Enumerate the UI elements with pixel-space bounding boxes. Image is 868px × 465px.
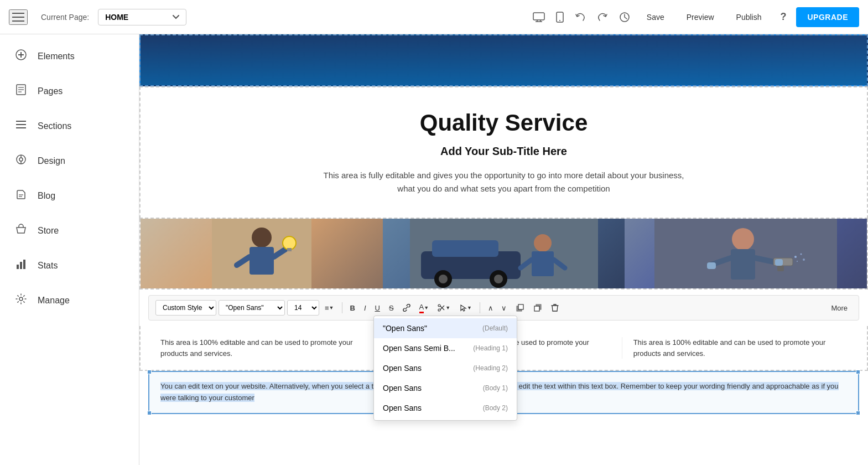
quality-service-section[interactable]: Quality Service Add Your Sub-Title Here … bbox=[139, 86, 868, 219]
quality-title: Quality Service bbox=[185, 110, 823, 136]
image-1[interactable] bbox=[141, 219, 383, 288]
scissors-button[interactable]: ▼ bbox=[434, 300, 454, 316]
svg-point-40 bbox=[494, 275, 503, 283]
quality-body: This area is fully editable and gives yo… bbox=[185, 169, 823, 195]
sidebar-item-blog[interactable]: Blog bbox=[0, 178, 139, 213]
sidebar-item-manage[interactable]: Manage bbox=[0, 283, 139, 318]
text-color-button[interactable]: A ▼ bbox=[416, 300, 433, 316]
images-section bbox=[139, 219, 868, 290]
sidebar-item-elements[interactable]: Elements bbox=[0, 39, 139, 74]
underline-button[interactable]: U bbox=[372, 300, 383, 316]
image-3[interactable] bbox=[625, 219, 867, 288]
font-option-open-sans-body1[interactable]: Open Sans (Body 1) bbox=[374, 378, 517, 398]
sidebar: Elements Pages Sections Design Blog bbox=[0, 34, 139, 465]
resize-handle-tl[interactable] bbox=[147, 370, 152, 374]
canvas-area: Quality Service Add Your Sub-Title Here … bbox=[139, 34, 868, 465]
redo-icon bbox=[597, 12, 608, 23]
resize-handle-bl[interactable] bbox=[147, 411, 152, 415]
italic-button[interactable]: I bbox=[361, 300, 370, 316]
mobile-icon bbox=[556, 12, 564, 23]
sidebar-label-blog: Blog bbox=[38, 191, 55, 201]
move-down-button[interactable]: ∨ bbox=[498, 300, 510, 316]
manage-icon bbox=[13, 293, 29, 308]
blog-icon bbox=[13, 188, 29, 203]
svg-rect-25 bbox=[23, 260, 25, 269]
save-button[interactable]: Save bbox=[638, 8, 673, 26]
publish-button[interactable]: Publish bbox=[727, 8, 771, 26]
pointer-button[interactable]: ▼ bbox=[456, 300, 475, 316]
send-backward-button[interactable] bbox=[530, 300, 545, 316]
svg-rect-24 bbox=[20, 262, 22, 269]
text-col-3[interactable]: This area is 100% editable and can be us… bbox=[622, 337, 858, 359]
font-option-open-sans-body2[interactable]: Open Sans (Body 2) bbox=[374, 398, 517, 418]
sidebar-item-design[interactable]: Design bbox=[0, 143, 139, 178]
font-option-open-sans-heading2[interactable]: Open Sans (Heading 2) bbox=[374, 358, 517, 378]
delete-button[interactable] bbox=[548, 300, 562, 316]
image-2[interactable] bbox=[383, 219, 625, 288]
text-col-3-content: This area is 100% editable and can be us… bbox=[633, 337, 847, 359]
bold-button[interactable]: B bbox=[347, 300, 358, 316]
page-selector[interactable]: HOME bbox=[98, 9, 186, 25]
sidebar-item-pages[interactable]: Pages bbox=[0, 74, 139, 108]
svg-point-32 bbox=[283, 236, 296, 250]
svg-point-38 bbox=[439, 275, 448, 283]
sidebar-item-sections[interactable]: Sections bbox=[0, 108, 139, 143]
page-name: HOME bbox=[105, 13, 168, 22]
top-header: Current Page: HOME bbox=[0, 0, 868, 34]
undo-button[interactable] bbox=[571, 8, 589, 26]
plus-icon bbox=[13, 49, 29, 64]
hero-section[interactable] bbox=[139, 34, 868, 86]
hamburger-button[interactable] bbox=[9, 9, 28, 25]
mechanic-image-3 bbox=[654, 219, 837, 288]
strikethrough-button[interactable]: S bbox=[386, 300, 397, 316]
svg-point-26 bbox=[19, 297, 23, 301]
font-option-open-sans-default[interactable]: "Open Sans" (Default) bbox=[374, 318, 517, 338]
move-up-button[interactable]: ∧ bbox=[485, 300, 497, 316]
font-name-1: "Open Sans" bbox=[383, 324, 427, 333]
svg-rect-56 bbox=[707, 262, 716, 269]
resize-handle-br[interactable] bbox=[856, 411, 860, 415]
more-button[interactable]: More bbox=[827, 302, 852, 314]
resize-handle-tr[interactable] bbox=[856, 370, 860, 374]
align-button[interactable]: ≡ ▼ bbox=[321, 300, 337, 316]
font-size-selector[interactable]: 14 bbox=[287, 300, 319, 316]
svg-point-18 bbox=[19, 158, 23, 161]
svg-point-59 bbox=[438, 309, 440, 311]
svg-rect-33 bbox=[287, 248, 292, 251]
chevron-down-icon bbox=[173, 15, 179, 19]
svg-rect-23 bbox=[17, 265, 19, 269]
svg-point-55 bbox=[797, 261, 798, 262]
desktop-icon bbox=[533, 12, 545, 22]
history-button[interactable] bbox=[616, 8, 633, 26]
help-button[interactable]: ? bbox=[775, 8, 792, 26]
bring-forward-button[interactable] bbox=[512, 300, 528, 316]
current-page-label: Current Page: bbox=[41, 13, 89, 22]
text-col-1[interactable]: This area is 100% editable and can be us… bbox=[149, 337, 386, 359]
design-icon bbox=[13, 153, 29, 168]
sidebar-label-manage: Manage bbox=[38, 296, 70, 306]
font-selector[interactable]: "Open Sans" bbox=[219, 300, 285, 316]
upgrade-button[interactable]: UPGRADE bbox=[796, 7, 859, 27]
preview-button[interactable]: Preview bbox=[678, 8, 723, 26]
font-name-5: Open Sans bbox=[383, 404, 422, 412]
mobile-view-button[interactable] bbox=[553, 8, 567, 26]
desktop-view-button[interactable] bbox=[529, 9, 548, 25]
font-name-3: Open Sans bbox=[383, 364, 422, 373]
style-selector[interactable]: Custom Style bbox=[155, 300, 216, 316]
svg-point-46 bbox=[732, 228, 754, 250]
font-option-open-sans-semi-bold[interactable]: Open Sans Semi B... (Heading 1) bbox=[374, 338, 517, 358]
sidebar-label-elements: Elements bbox=[38, 51, 75, 61]
svg-rect-36 bbox=[432, 240, 498, 257]
header-icons: Save Preview Publish ? UPGRADE bbox=[529, 7, 859, 27]
svg-point-28 bbox=[252, 228, 272, 247]
toolbar-separator-2 bbox=[480, 302, 480, 313]
svg-point-41 bbox=[534, 234, 552, 252]
sidebar-item-store[interactable]: Store bbox=[0, 213, 139, 248]
redo-button[interactable] bbox=[594, 8, 611, 26]
sidebar-label-pages: Pages bbox=[38, 86, 63, 96]
link-button[interactable] bbox=[399, 300, 414, 316]
sidebar-item-stats[interactable]: Stats bbox=[0, 248, 139, 283]
sections-icon bbox=[13, 118, 29, 133]
stats-icon bbox=[13, 258, 29, 273]
svg-point-54 bbox=[803, 259, 805, 261]
